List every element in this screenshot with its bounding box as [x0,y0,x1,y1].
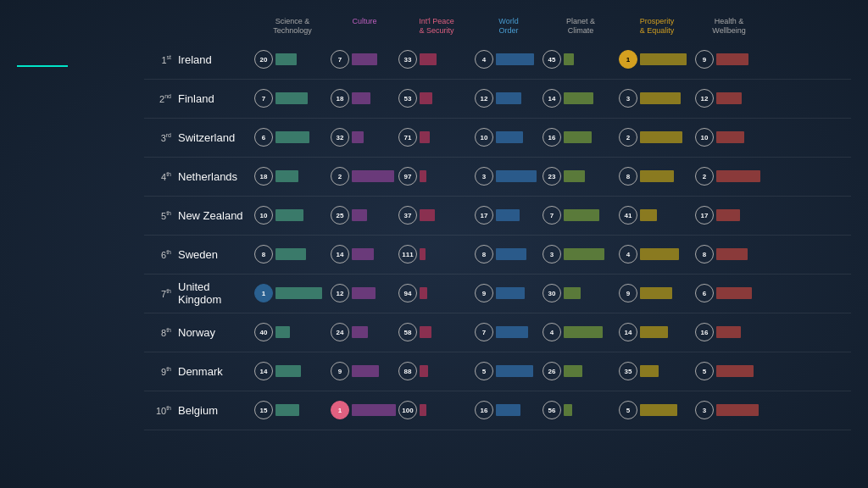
country-name: New Zealand [178,209,254,222]
rank-badge: 1 [619,50,637,69]
bar [275,209,303,221]
row-data: 151100165653 [254,401,851,419]
logo-title [17,21,144,62]
rank-badge: 14 [542,89,561,108]
bar-container [275,92,331,104]
rank-badge: 4 [475,50,493,69]
bar [352,92,370,104]
column-headers: Science &Technology Culture Int'l Peace&… [144,17,851,36]
bar [275,326,290,338]
rank-badge: 23 [542,167,561,186]
bar-container [640,131,695,143]
rank-badge: 3 [475,167,493,186]
bar [496,365,533,377]
bar [352,248,374,260]
col-peace-col: 58 [398,323,475,341]
col-world-col: 3 [475,167,542,186]
bar [275,248,306,260]
col-world-col: 5 [475,362,542,380]
rank-badge: 12 [475,89,493,108]
rank-badge: 25 [331,206,349,225]
bar [352,365,379,377]
col-pros-col: 8 [619,167,695,186]
rank-badge: 4 [619,245,637,263]
bar-container [275,209,331,221]
rank-badge: 5 [619,401,637,419]
bar [420,170,426,182]
rank-badge: 2 [331,167,349,186]
bar-container [640,209,695,221]
col-cult-col: 24 [331,323,398,341]
bar-container [716,326,763,338]
bar-container [420,131,475,143]
rank-badge: 100 [398,401,417,419]
bar-container [420,365,475,377]
bar-container [496,404,542,416]
rank-cell: 1st [144,54,178,65]
col-peace-col: 94 [398,284,475,302]
col-pros-col: 41 [619,206,695,225]
row-data: 2073344519 [254,50,851,69]
col-pros-col: 2 [619,128,695,147]
bar-container [640,53,695,65]
bar [640,92,681,104]
rank-badge: 33 [398,50,417,69]
col-world-col: 8 [475,245,542,263]
header-sci: Science &Technology [254,17,331,36]
rank-badge: 7 [542,206,561,225]
col-pros-col: 1 [619,50,695,69]
row-data: 8141118348 [254,245,851,263]
rank-badge: 12 [331,284,349,302]
bar [640,404,677,416]
bar-container [420,170,475,182]
bar [640,365,659,377]
bar-container [420,53,475,65]
col-health-col: 10 [695,128,763,147]
bar-container [564,326,619,338]
rank-cell: 3rd [144,132,178,143]
bar [640,287,672,299]
country-name: Netherlands [178,170,254,183]
rank-cell: 7th [144,288,178,299]
rank-badge: 6 [254,128,273,147]
col-health-col: 6 [695,284,763,302]
col-peace-col: 71 [398,128,475,147]
bar-container [496,248,542,260]
bar [420,365,428,377]
bar-container [564,131,619,143]
col-sci-col: 18 [254,167,331,186]
bar-container [496,92,542,104]
rank-cell: 2nd [144,93,178,104]
row-data: 718531214312 [254,89,851,108]
website-link[interactable] [17,475,144,480]
bar-container [352,404,398,416]
logo [17,17,144,67]
row-data: 1829732382 [254,167,851,186]
rank-badge: 2 [695,167,714,186]
bar-container [420,287,475,299]
bar-container [420,209,475,221]
col-peace-col: 88 [398,362,475,380]
rank-cell: 5th [144,210,178,221]
header-health: Health &Wellbeing [695,17,763,36]
rank-badge: 10 [475,128,493,147]
bar-container [496,326,542,338]
table-row: 6thSweden8141118348 [144,236,851,274]
country-name: Sweden [178,248,254,261]
bar [420,287,427,299]
bar-container [716,404,763,416]
bar [496,53,534,65]
col-cult-col: 14 [331,245,398,263]
rank-badge: 111 [398,245,417,263]
bar [640,326,668,338]
rank-badge: 30 [542,284,561,302]
bar [716,131,744,143]
bar [275,404,299,416]
col-health-col: 8 [695,245,763,263]
rank-cell: 8th [144,327,178,338]
row-data: 402458741416 [254,323,851,341]
rank-badge: 1 [331,401,349,419]
country-name: United Kingdom [178,280,254,306]
col-planet-col: 23 [542,167,619,186]
rank-badge: 17 [475,206,493,225]
